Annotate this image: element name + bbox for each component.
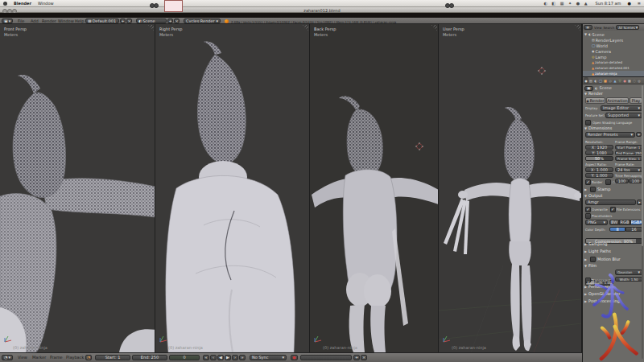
viewport-user[interactable]: User Persp Meters (0) zaharan-ninja xyxy=(439,24,582,352)
outliner-row-scene[interactable]: ▼ ◐ Scene xyxy=(583,31,644,37)
output-path-field[interactable]: Amgr xyxy=(585,200,636,205)
animation-button[interactable]: Animation xyxy=(606,97,629,104)
area-join-handle[interactable] xyxy=(154,3,159,8)
properties-scrollbar[interactable] xyxy=(642,85,643,359)
scene-selector[interactable]: ◐ Scene xyxy=(136,19,167,23)
panel-header-film[interactable]: ▼ Film xyxy=(584,264,597,268)
current-frame-field[interactable]: 0 xyxy=(169,355,200,360)
remap-old-field[interactable]: 100 xyxy=(615,179,629,183)
menubar-app-menu[interactable]: Blender xyxy=(14,2,31,6)
stamp-checkbox[interactable] xyxy=(590,187,596,192)
render-presets-dropdown[interactable]: Render Presets ▾ xyxy=(585,132,635,138)
filter-type-dropdown[interactable]: Gaussian ▾ xyxy=(615,269,642,275)
area-join-handle[interactable] xyxy=(449,3,454,8)
feature-set-dropdown[interactable]: Supported ▾ xyxy=(605,113,642,118)
color-rgba-button[interactable]: RGBA xyxy=(630,220,642,225)
aspect-y-field[interactable]: Y: 1.000 xyxy=(585,173,613,178)
menubar-clock[interactable]: Sun 8:17 am xyxy=(596,2,621,6)
add-preset-button[interactable]: + xyxy=(636,132,642,137)
crop-checkbox[interactable] xyxy=(605,179,611,185)
editor-type-button[interactable]: ◔ ▾ xyxy=(2,355,13,360)
prev-keyframe-button[interactable]: ‹ xyxy=(210,355,217,360)
outliner-row-zaharan-ninja[interactable]: ▲ zaharan-ninja ●▸◆ xyxy=(583,71,644,76)
viewport-front[interactable]: Front Persp Meters (0) zaharan-ninja xyxy=(0,24,155,352)
outliner-search-menu[interactable]: Search xyxy=(604,26,615,30)
apple-menu-icon[interactable] xyxy=(3,2,7,6)
depth-16-button[interactable]: 16 xyxy=(625,227,642,232)
frame-step-field[interactable]: Frame Step: 1 xyxy=(615,156,642,161)
resolution-scale-slider[interactable]: 50% xyxy=(585,156,613,161)
editor-type-button[interactable]: ▣ ▾ xyxy=(2,19,13,23)
editor-type-button[interactable]: ▣ xyxy=(584,86,593,91)
panel-header-output[interactable]: ▼ Output xyxy=(584,194,602,198)
insert-keyframe-button[interactable]: + xyxy=(353,355,360,360)
play-button[interactable]: ▶ xyxy=(225,355,231,360)
resolution-x-field[interactable]: X: 1920 xyxy=(585,145,613,150)
remap-new-field[interactable]: 100 xyxy=(629,179,642,183)
end-frame-field[interactable]: End Frame: 250 xyxy=(615,150,642,155)
keying-set-field[interactable] xyxy=(300,355,352,360)
window-titlebar[interactable]: zaharan012.blend xyxy=(0,7,644,13)
panel-header-dimensions[interactable]: ▼ Dimensions xyxy=(584,126,612,130)
color-rgb-button[interactable]: RGB xyxy=(619,220,630,225)
outliner-row-zaharan-detailed-001[interactable]: ▲ zaharan-detailed.001 ●▸◆ xyxy=(583,65,644,71)
sync-mode-dropdown[interactable]: No Sync ▾ xyxy=(250,355,287,360)
editor-type-button[interactable]: ≡ xyxy=(584,25,592,30)
panel-header-light-paths[interactable]: ▶ Light Paths xyxy=(584,249,611,253)
filter-width-field[interactable]: Width: 1.50 xyxy=(615,277,642,282)
add-scene-button[interactable]: + xyxy=(167,19,173,23)
osl-checkbox[interactable] xyxy=(585,120,591,125)
jump-to-end-button[interactable]: » xyxy=(239,355,246,360)
delete-scene-button[interactable]: × xyxy=(174,19,180,23)
color-bw-button[interactable]: BW xyxy=(609,220,619,225)
spotlight-icon[interactable]: ● xyxy=(627,2,630,6)
screen-layout-selector[interactable]: ▦ Default.001 xyxy=(85,19,119,23)
delete-layout-button[interactable]: × xyxy=(126,19,132,23)
outliner-row-lamp[interactable]: ◎ Lamp ●▸◆ xyxy=(583,54,644,60)
overwrite-checkbox[interactable]: ✓ xyxy=(585,207,591,212)
panel-header-stamp[interactable]: ▶ Stamp xyxy=(584,187,610,192)
viewport-right[interactable]: Right Persp Meters (0) zaharan-ninja xyxy=(155,24,310,352)
auto-keyframe-button[interactable]: ● xyxy=(291,355,298,360)
tab-physics-icon[interactable]: ◎ xyxy=(637,77,642,84)
placeholders-checkbox[interactable] xyxy=(585,213,591,219)
disclosure-triangle-icon[interactable]: ▼ xyxy=(584,32,587,36)
frame-rate-dropdown[interactable]: 24 fps ▾ xyxy=(615,167,642,172)
exposure-slider[interactable]: Exposure: 1.00 xyxy=(585,280,613,286)
scrollbar-thumb[interactable] xyxy=(642,85,643,246)
outliner-row-world[interactable]: ◯ World xyxy=(583,43,644,48)
menu-window[interactable]: Window xyxy=(58,19,74,23)
panel-header-opengl-render[interactable]: ▶ OpenGL Render xyxy=(584,292,620,296)
menu-add[interactable]: Add xyxy=(31,19,39,23)
play-button[interactable]: Play xyxy=(630,97,642,104)
panel-header-motion-blur[interactable]: ▶ Motion Blur xyxy=(584,257,621,262)
menu-render[interactable]: Render xyxy=(42,19,56,23)
menu-help[interactable]: Help xyxy=(75,19,84,23)
file-format-dropdown[interactable]: PNG ▾ xyxy=(585,220,608,225)
aspect-x-field[interactable]: X: 1.000 xyxy=(585,167,613,172)
timeline-menu-playback[interactable]: Playback xyxy=(66,356,84,360)
add-layout-button[interactable]: + xyxy=(120,19,126,23)
motion-blur-checkbox[interactable] xyxy=(590,257,596,262)
preview-range-button[interactable]: ◔ xyxy=(85,355,92,360)
file-extensions-checkbox[interactable]: ✓ xyxy=(610,207,616,212)
outliner-filter-dropdown[interactable]: All Scenes ▾ xyxy=(616,25,639,30)
menu-file[interactable]: File xyxy=(18,19,24,23)
timeline-menu-view[interactable]: View xyxy=(18,356,27,360)
panel-header-performance[interactable]: ▶ Performance xyxy=(584,285,614,289)
display-dropdown[interactable]: Image Editor ▾ xyxy=(601,105,642,111)
render-engine-selector[interactable]: Cycles Render ▾ xyxy=(184,19,221,23)
next-keyframe-button[interactable]: › xyxy=(232,355,238,360)
panel-header-post-processing[interactable]: ▶ Post Processing xyxy=(584,299,620,303)
viewport-back[interactable]: Back Persp Meters (0) zaharan-ninja xyxy=(310,24,439,352)
outliner-view-menu[interactable]: View xyxy=(594,26,602,30)
play-reverse-button[interactable]: ◀ xyxy=(217,355,224,360)
start-frame-field[interactable]: Start: 1 xyxy=(95,355,130,360)
border-checkbox[interactable]: ✓ xyxy=(585,179,591,185)
notification-center-icon[interactable]: ≡ xyxy=(638,2,641,6)
depth-8-button[interactable]: 8 xyxy=(609,227,625,232)
resolution-y-field[interactable]: Y: 1080 xyxy=(585,150,613,155)
menubar-status-icons[interactable]: ◐ ◧ ▦ ✦ ● ▲ xyxy=(543,2,588,6)
jump-to-start-button[interactable]: « xyxy=(203,355,209,360)
timeline-menu-marker[interactable]: Marker xyxy=(32,356,46,360)
